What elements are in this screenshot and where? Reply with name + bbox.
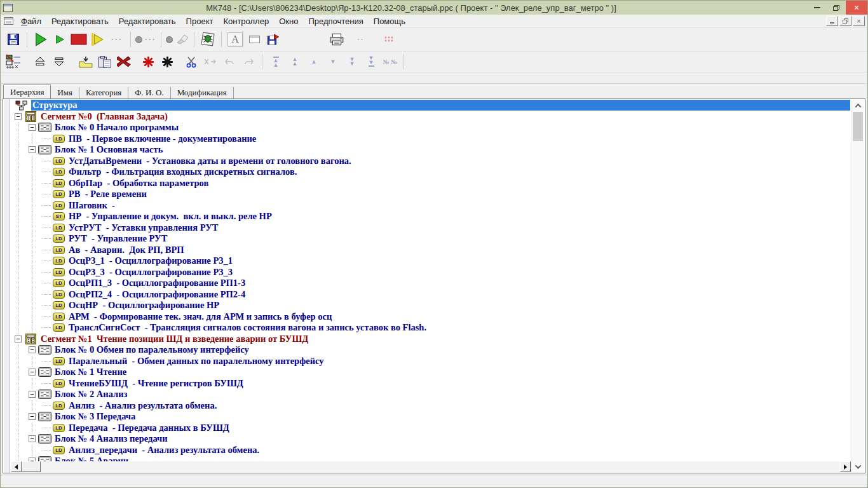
collapse-toggle[interactable] <box>29 435 36 442</box>
up-button[interactable]: ▲ <box>305 53 323 71</box>
step-button[interactable] <box>89 30 107 48</box>
vertical-scroll-thumb[interactable] <box>853 112 863 141</box>
tree-row[interactable]: Сегмент №1 Чтение позиции ШД и взведение… <box>11 334 850 345</box>
tab-2[interactable]: Категория <box>79 87 128 98</box>
tree-row[interactable]: Блок № 1 Основная часть <box>11 144 850 156</box>
scroll-right-button[interactable] <box>840 461 851 472</box>
new-segment-button[interactable] <box>139 53 157 71</box>
tree-row[interactable]: LDПВ - Первое включение - документирован… <box>11 133 850 145</box>
cut-button[interactable] <box>182 53 200 71</box>
paste-button[interactable] <box>96 53 114 71</box>
tab-3[interactable]: Ф. И. О. <box>128 87 170 98</box>
tree-row[interactable]: LDОсцР3_3 - Осциллографирование Р3_3 <box>11 267 850 278</box>
dots-small-button[interactable]: ·· <box>352 30 370 48</box>
tree-row[interactable]: LDРУТ - Управление РУТ <box>11 233 850 245</box>
tree-row[interactable]: LDОсцРП1_3 - Осциллографирование РП1-3 <box>11 278 850 289</box>
tree-row[interactable]: Структура <box>11 100 850 111</box>
go-top-button[interactable]: ▲▲ <box>267 53 285 71</box>
down-button[interactable]: ▼ <box>324 53 342 71</box>
tree-row[interactable]: LDУстДатыВремени - Установка даты и врем… <box>11 156 850 167</box>
tree-row[interactable]: LDФильтр - Фильтрация входных дискретных… <box>11 166 850 178</box>
tree-row[interactable]: LDАв - Аварии. Док РП, ВРП <box>11 245 850 256</box>
tree-row[interactable]: LDПаралельный - Обмен данных по паралель… <box>11 356 850 367</box>
tree-row[interactable]: Блок № 2 Анализ <box>11 389 850 400</box>
mdi-minimize-button[interactable] <box>826 16 838 26</box>
menu-item-1[interactable]: Редактировать <box>46 16 114 27</box>
tree-row[interactable]: Блок № 4 Анализ передачи <box>11 433 850 445</box>
collapse-toggle[interactable] <box>29 124 36 131</box>
scroll-down-button[interactable] <box>851 461 864 472</box>
cut-paste-button[interactable] <box>201 53 219 71</box>
collapse-toggle[interactable] <box>15 336 22 342</box>
close-button[interactable]: × <box>846 1 867 15</box>
horizontal-scroll-thumb[interactable] <box>22 461 41 472</box>
tree-row[interactable]: LDОсцНР - Осциллографирование НР <box>11 300 850 311</box>
tree-row[interactable]: Сегмент №0 (Главная Задача) <box>11 111 850 123</box>
tree-row[interactable]: LDЧтениеБУШД - Чтение регистров БУШД <box>11 378 850 390</box>
collapse-toggle[interactable] <box>15 113 22 120</box>
collapse-toggle[interactable] <box>29 146 36 153</box>
import-button[interactable] <box>77 53 95 71</box>
tab-4[interactable]: Модификация <box>171 87 234 98</box>
scroll-up-button[interactable] <box>851 100 864 111</box>
mdi-document-icon[interactable] <box>1 17 16 25</box>
more-button[interactable]: ··· <box>108 30 126 48</box>
breakpoint-clear-button[interactable] <box>166 30 189 48</box>
tree-row[interactable]: Блок № 3 Передача <box>11 411 850 423</box>
tab-1[interactable]: Имя <box>51 87 79 98</box>
minimize-button[interactable] <box>808 1 827 15</box>
scroll-left-button[interactable] <box>11 461 22 472</box>
tree-row[interactable]: Блок № 0 Начало программы <box>11 122 850 133</box>
tree-row[interactable]: STНР - Управление и докум. вкл. и выкл. … <box>11 211 850 222</box>
mdi-restore-button[interactable] <box>839 16 851 26</box>
collapse-toggle[interactable] <box>29 346 36 353</box>
restore-button[interactable] <box>827 1 846 15</box>
tree-row[interactable]: LDОсцР3_1 - Осциллографирование Р3_1 <box>11 255 850 267</box>
print-button[interactable] <box>328 30 346 48</box>
tree-row[interactable]: Блок № 0 Обмен по паралельному интерфейс… <box>11 344 850 356</box>
save-button[interactable] <box>4 30 22 48</box>
page-up-button[interactable]: ▲▲ <box>286 53 304 71</box>
tree-row[interactable]: LDУстРУТ - Уставки управления РУТ <box>11 222 850 234</box>
tree-row[interactable]: LDОсцРП2_4 - Осциллографирование РП2-4 <box>11 289 850 301</box>
run-small-button[interactable] <box>51 30 69 48</box>
horizontal-scroll-track[interactable] <box>41 461 840 472</box>
tree-row[interactable]: LDРВ - Реле времени <box>11 189 850 200</box>
tree-row[interactable]: LDАРМ - Формирование тек. знач. для АРМ … <box>11 311 850 323</box>
mdi-close-button[interactable]: × <box>853 16 865 26</box>
stop-button[interactable] <box>70 30 88 48</box>
tree-row[interactable]: LDАнлиз_передачи - Анализ результата обм… <box>11 445 850 456</box>
tree-row[interactable]: LDАнлиз - Анализ результата обмена. <box>11 400 850 412</box>
font-button[interactable]: A <box>226 30 244 48</box>
collapse-toggle[interactable] <box>29 369 36 376</box>
horizontal-scrollbar[interactable] <box>11 461 851 472</box>
menu-item-7[interactable]: Помощь <box>369 16 410 27</box>
move-up-button[interactable] <box>31 53 49 71</box>
window-button[interactable] <box>245 30 263 48</box>
tree-row[interactable]: LDОбрПар - Обработка параметров <box>11 178 850 189</box>
go-bottom-button[interactable]: ▼▼ <box>362 53 380 71</box>
tab-0[interactable]: Иерархия <box>3 85 51 98</box>
tree-row[interactable]: LDТранслСигнСост - Трансляция сигналов с… <box>11 322 850 334</box>
menu-item-5[interactable]: Окно <box>274 16 303 27</box>
tree-row[interactable]: LDПередача - Передача данных в БУШД <box>11 423 850 434</box>
collapse-toggle[interactable] <box>29 391 36 398</box>
collapse-toggle[interactable] <box>29 413 36 420</box>
red-dots-button[interactable] <box>380 30 398 48</box>
redo-button[interactable] <box>240 53 257 71</box>
delete-button[interactable] <box>115 53 133 71</box>
save-run-button[interactable] <box>264 30 282 48</box>
tree-row[interactable]: LDШаговик - <box>11 200 850 212</box>
menu-item-3[interactable]: Проект <box>181 16 219 27</box>
undo-button[interactable] <box>220 53 238 71</box>
move-down-button[interactable] <box>50 53 68 71</box>
run-button[interactable] <box>32 30 50 48</box>
new-block-button[interactable] <box>158 53 176 71</box>
debug-button[interactable] <box>199 30 217 48</box>
menu-item-0[interactable]: Файл <box>16 16 46 27</box>
menu-item-4[interactable]: Контроллер <box>218 16 274 27</box>
breakpoint-button[interactable]: ··· <box>135 30 156 48</box>
numbering-button[interactable]: № № <box>381 53 399 71</box>
vertical-scrollbar[interactable] <box>851 100 864 472</box>
tree-row[interactable]: Блок № 1 Чтение <box>11 367 850 378</box>
